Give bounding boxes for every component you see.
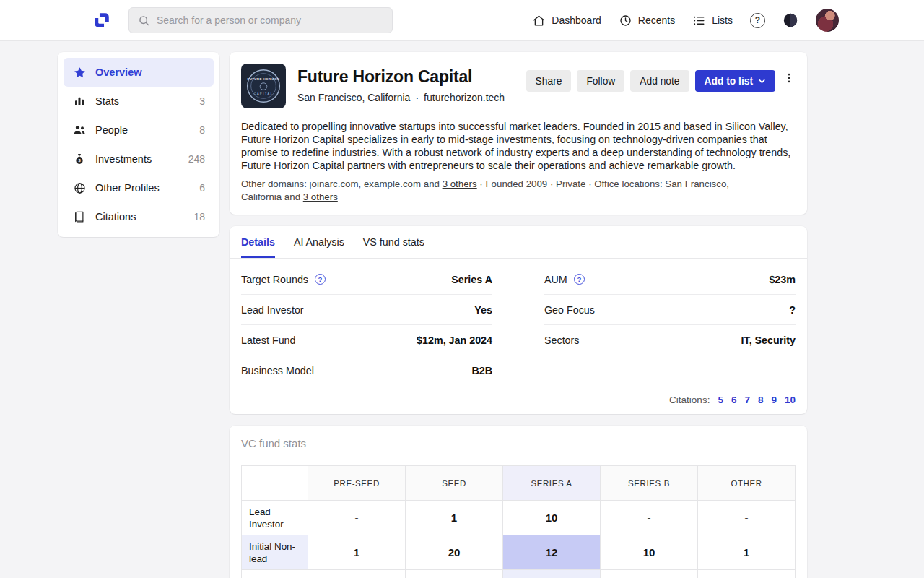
detail-value: Series A bbox=[451, 274, 492, 285]
detail-row-sectors: Sectors IT, Security bbox=[544, 325, 796, 355]
share-button[interactable]: Share bbox=[526, 70, 572, 92]
fund-stats-table: PRE-SEED SEED SERIES A SERIES B OTHER Le… bbox=[241, 465, 796, 578]
citation-link[interactable]: 9 bbox=[771, 394, 777, 405]
detail-row-lead-investor: Lead Investor Yes bbox=[241, 295, 492, 325]
star-icon bbox=[72, 65, 87, 79]
details-right-column: AUM? $23m Geo Focus ? Sectors IT, Securi… bbox=[544, 264, 796, 355]
book-icon bbox=[72, 210, 87, 224]
page-content: Overview Stats 3 People 8 $ Investments … bbox=[0, 41, 924, 578]
table-cell: 10 bbox=[601, 535, 698, 570]
help-icon[interactable]: ? bbox=[750, 13, 765, 28]
main-column: FUTURE HORIZON CAPITAL Future Horizon Ca… bbox=[230, 52, 807, 578]
detail-label: AUM bbox=[544, 274, 567, 285]
sidebar-item-label: Stats bbox=[95, 95, 119, 107]
sidebar-item-label: Other Profiles bbox=[95, 182, 160, 194]
vc-fund-stats-card: VC fund stats PRE-SEED SEED SERIES A SER… bbox=[230, 426, 807, 578]
help-icon[interactable]: ? bbox=[315, 274, 326, 285]
details-grid: Target Rounds? Series A Lead Investor Ye… bbox=[230, 259, 807, 386]
table-cell-highlighted: 12 bbox=[503, 535, 601, 570]
detail-value: ? bbox=[789, 304, 796, 316]
sidebar-item-count: 3 bbox=[199, 95, 205, 107]
company-subtitle: San Francisco, California · futurehorizo… bbox=[297, 92, 505, 103]
detail-label: Target Rounds bbox=[241, 274, 308, 285]
add-to-list-button[interactable]: Add to list bbox=[695, 70, 775, 92]
nav-recents[interactable]: Recents bbox=[619, 14, 675, 27]
details-left-column: Target Rounds? Series A Lead Investor Ye… bbox=[241, 264, 492, 386]
other-domains-link[interactable]: 3 others bbox=[443, 178, 477, 189]
follow-button[interactable]: Follow bbox=[577, 70, 624, 92]
kebab-menu-icon bbox=[783, 72, 796, 85]
table-row-partial bbox=[242, 570, 796, 578]
table-row: Lead Investor - 1 10 - - bbox=[242, 501, 796, 535]
add-to-list-label: Add to list bbox=[705, 76, 753, 87]
detail-value: IT, Security bbox=[741, 335, 796, 346]
column-header-series-a: SERIES A bbox=[503, 466, 601, 501]
citation-link[interactable]: 7 bbox=[744, 394, 750, 405]
company-website-link[interactable]: futurehorizon.tech bbox=[424, 92, 505, 103]
help-glyph: ? bbox=[755, 15, 760, 25]
search-input[interactable] bbox=[157, 14, 383, 26]
sidebar-item-count: 18 bbox=[193, 211, 205, 223]
tab-details[interactable]: Details bbox=[241, 236, 275, 258]
detail-row-geo-focus: Geo Focus ? bbox=[544, 295, 796, 325]
tab-ai-analysis[interactable]: AI Analysis bbox=[294, 236, 344, 258]
sidebar-item-people[interactable]: People 8 bbox=[64, 116, 214, 144]
detail-value: Yes bbox=[474, 304, 492, 316]
search-icon bbox=[138, 14, 150, 27]
chevron-down-icon bbox=[758, 77, 766, 85]
column-header-other: OTHER bbox=[698, 466, 796, 501]
table-cell: - bbox=[601, 501, 698, 535]
avatar[interactable] bbox=[816, 9, 839, 32]
nav-dashboard[interactable]: Dashboard bbox=[532, 14, 601, 27]
citation-link[interactable]: 5 bbox=[718, 394, 723, 405]
add-note-button[interactable]: Add note bbox=[630, 70, 689, 92]
table-cell: 20 bbox=[406, 535, 503, 570]
detail-label: Business Model bbox=[241, 365, 314, 376]
details-tabs: Details AI Analysis VS fund stats bbox=[230, 226, 807, 258]
table-cell: 1 bbox=[308, 535, 406, 570]
citations-label: Citations: bbox=[669, 394, 710, 405]
sidebar-item-stats[interactable]: Stats 3 bbox=[64, 87, 214, 116]
tab-vs-fund-stats[interactable]: VS fund stats bbox=[363, 236, 424, 258]
nav-dashboard-label: Dashboard bbox=[552, 14, 601, 26]
theme-toggle-icon[interactable] bbox=[783, 12, 798, 28]
detail-label: Geo Focus bbox=[544, 304, 595, 316]
lists-icon bbox=[692, 14, 706, 27]
table-header-row: PRE-SEED SEED SERIES A SERIES B OTHER bbox=[242, 466, 796, 501]
citations-row: Citations: 5 6 7 8 9 10 bbox=[230, 386, 807, 414]
company-description: Dedicated to propelling innovative start… bbox=[241, 120, 796, 172]
column-header-pre-seed: PRE-SEED bbox=[308, 466, 406, 501]
more-options-button[interactable] bbox=[781, 70, 796, 85]
sidebar-item-count: 8 bbox=[199, 124, 205, 136]
detail-row-aum: AUM? $23m bbox=[544, 264, 796, 295]
sidebar-item-label: Overview bbox=[95, 66, 142, 78]
top-navigation: Dashboard Recents Lists ? bbox=[0, 0, 924, 41]
column-header-seed: SEED bbox=[406, 466, 503, 501]
citation-link[interactable]: 8 bbox=[758, 394, 764, 405]
sidebar-item-citations[interactable]: Citations 18 bbox=[64, 202, 214, 231]
vc-fund-stats-title: VC fund stats bbox=[241, 437, 796, 449]
sidebar-item-overview[interactable]: Overview bbox=[64, 58, 214, 87]
company-logo-text-2: CAPITAL bbox=[254, 92, 274, 95]
sidebar-item-investments[interactable]: $ Investments 248 bbox=[64, 144, 214, 173]
nav-lists[interactable]: Lists bbox=[692, 14, 733, 27]
help-icon[interactable]: ? bbox=[574, 274, 585, 285]
company-name: Future Horizon Capital bbox=[297, 67, 505, 87]
sidebar-item-label: People bbox=[95, 124, 128, 136]
sidebar-item-count: 6 bbox=[199, 182, 205, 194]
citation-link[interactable]: 6 bbox=[731, 394, 737, 405]
sidebar-item-other-profiles[interactable]: Other Profiles 6 bbox=[64, 173, 214, 202]
other-locations-link[interactable]: 3 others bbox=[303, 191, 338, 202]
nav-recents-label: Recents bbox=[638, 14, 675, 26]
detail-label: Sectors bbox=[544, 335, 579, 346]
detail-row-latest-fund: Latest Fund $12m, Jan 2024 bbox=[241, 325, 492, 355]
company-logo: FUTURE HORIZON CAPITAL bbox=[241, 64, 286, 108]
table-cell: 1 bbox=[698, 535, 796, 570]
global-search[interactable] bbox=[128, 7, 393, 33]
app-logo-icon[interactable] bbox=[92, 11, 111, 30]
citation-link[interactable]: 10 bbox=[785, 394, 796, 405]
detail-row-target-rounds: Target Rounds? Series A bbox=[241, 264, 492, 295]
table-cell: - bbox=[308, 501, 406, 535]
detail-value: $23m bbox=[769, 274, 796, 285]
detail-label: Latest Fund bbox=[241, 335, 296, 346]
